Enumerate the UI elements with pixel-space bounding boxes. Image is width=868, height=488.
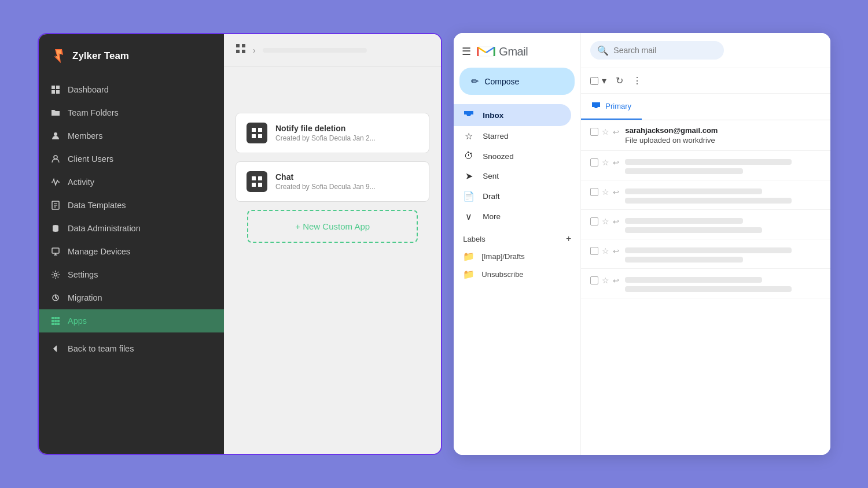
svg-rect-3: [56, 86, 60, 89]
gmail-main: 🔍 ▾ ↻ ⋮ Primary: [581, 33, 830, 455]
email-checkbox-4[interactable]: [590, 217, 598, 225]
new-custom-app-button[interactable]: + New Custom App: [247, 210, 418, 243]
gmail-more-label: More: [483, 212, 501, 221]
sidebar-label-settings: Settings: [68, 270, 98, 279]
email-checkbox-2[interactable]: [590, 158, 598, 167]
hamburger-button[interactable]: ☰: [462, 45, 471, 58]
label-folder-icon-unsub: 📁: [463, 269, 475, 280]
device-icon: [50, 246, 61, 257]
svg-rect-5: [56, 90, 60, 94]
email-checkbox-1[interactable]: [590, 128, 598, 136]
email-content-6: [625, 275, 821, 292]
gmail-nav-sent[interactable]: ➤ Sent: [454, 166, 571, 186]
sidebar-label-data-templates: Data Templates: [68, 201, 126, 210]
email-content-2: [625, 157, 821, 174]
svg-rect-26: [57, 323, 60, 325]
app-card-sub-chat: Created by Sofia Decula Jan 9...: [275, 183, 376, 191]
table-row[interactable]: ☆ ↩: [581, 239, 830, 269]
svg-rect-27: [236, 44, 240, 47]
svg-rect-21: [52, 320, 54, 322]
email-star-6[interactable]: ☆: [602, 276, 609, 285]
email-reply-5[interactable]: ↩: [613, 247, 619, 256]
content-area: › Notify file deletion Created by Sofia …: [224, 34, 441, 454]
email-reply-6[interactable]: ↩: [613, 276, 619, 285]
sidebar-item-activity[interactable]: Activity: [39, 171, 224, 194]
grid-view-button[interactable]: [236, 43, 246, 57]
gmail-labels-header: Labels +: [463, 234, 571, 244]
app-card-name-chat: Chat: [275, 172, 376, 182]
email-subject-1: File uploaded on workdrive: [625, 136, 821, 145]
gmail-label-imap[interactable]: 📁 [Imap]/Drafts: [463, 247, 571, 265]
gmail-snoozed-label: Snoozed: [483, 152, 513, 161]
table-row[interactable]: ☆ ↩: [581, 151, 830, 180]
compose-icon: ✏: [471, 76, 479, 87]
search-input[interactable]: [590, 41, 724, 60]
sidebar-item-migration[interactable]: Migration: [39, 286, 224, 309]
app-card-info-chat: Chat Created by Sofia Decula Jan 9...: [275, 172, 376, 191]
sidebar-item-members[interactable]: Members: [39, 124, 224, 147]
email-content-1: sarahjackson@gmail.com File uploaded on …: [625, 126, 821, 145]
sidebar-label-manage-devices: Manage Devices: [68, 247, 130, 256]
email-content-5: [625, 245, 821, 263]
table-row[interactable]: ☆ ↩: [581, 269, 830, 298]
gmail-label-unsubscribe[interactable]: 📁 Unsubscribe: [463, 265, 571, 283]
table-row[interactable]: ☆ ↩: [581, 180, 830, 210]
svg-rect-38: [258, 183, 262, 187]
email-reply-1[interactable]: ↩: [613, 128, 619, 136]
gmail-inbox-label: Inbox: [483, 111, 503, 120]
email-star-4[interactable]: ☆: [602, 217, 609, 226]
email-check-area-5: ☆ ↩: [590, 245, 619, 256]
gmail-sidebar: ☰ Gmail: [454, 33, 581, 455]
sidebar-item-dashboard[interactable]: Dashboard: [39, 78, 224, 101]
app-card-notify[interactable]: Notify file deletion Created by Sofia De…: [236, 113, 429, 153]
sidebar-item-settings[interactable]: Settings: [39, 263, 224, 286]
add-label-icon[interactable]: +: [566, 234, 571, 244]
sidebar-nav: Dashboard Team Folders Members: [39, 78, 224, 360]
gmail-nav-draft[interactable]: 📄 Draft: [454, 186, 571, 206]
select-all-checkbox[interactable]: [590, 77, 598, 85]
app-card-chat[interactable]: Chat Created by Sofia Decula Jan 9...: [236, 161, 429, 202]
sidebar: Zylker Team Dashboard Team Folders: [39, 34, 224, 454]
table-row[interactable]: ☆ ↩ sarahjackson@gmail.com File uploaded…: [581, 120, 830, 151]
sidebar-item-data-administration[interactable]: Data Administration: [39, 217, 224, 240]
email-sender-1: sarahjackson@gmail.com: [625, 126, 821, 135]
sidebar-item-client-users[interactable]: Client Users: [39, 147, 224, 171]
sidebar-item-manage-devices[interactable]: Manage Devices: [39, 240, 224, 263]
email-checkbox-6[interactable]: [590, 276, 598, 284]
gmail-nav-inbox[interactable]: Inbox: [454, 104, 571, 126]
apps-icon: [50, 316, 61, 326]
email-reply-3[interactable]: ↩: [613, 188, 619, 197]
select-dropdown-button[interactable]: ▾: [599, 73, 609, 88]
refresh-button[interactable]: ↻: [613, 73, 626, 88]
gmail-nav-snoozed[interactable]: ⏱ Snoozed: [454, 146, 571, 166]
gmail-panel: ☰ Gmail: [454, 33, 830, 455]
gmail-nav-more[interactable]: ∨ More: [454, 206, 571, 227]
gmail-nav: Inbox ☆ Starred ⏱ Snoozed ➤ Sent 📄 Draft: [454, 104, 580, 227]
table-row[interactable]: ☆ ↩: [581, 210, 830, 239]
email-checkbox-3[interactable]: [590, 188, 598, 196]
sidebar-item-back[interactable]: Back to team files: [39, 337, 224, 360]
gmail-toolbar: 🔍: [581, 33, 830, 68]
snoozed-icon: ⏱: [463, 151, 475, 161]
email-star-2[interactable]: ☆: [602, 158, 609, 167]
email-checkbox-5[interactable]: [590, 247, 598, 255]
sidebar-item-data-templates[interactable]: Data Templates: [39, 194, 224, 217]
gmail-tabs: Primary: [581, 94, 830, 120]
sidebar-item-team-folders[interactable]: Team Folders: [39, 101, 224, 124]
gmail-nav-starred[interactable]: ☆ Starred: [454, 126, 571, 146]
sidebar-item-apps[interactable]: Apps: [39, 309, 224, 332]
more-options-button[interactable]: ⋮: [630, 73, 644, 88]
email-placeholder-sub-5: [625, 257, 742, 263]
email-placeholder-name-2: [625, 159, 792, 165]
email-reply-4[interactable]: ↩: [613, 217, 619, 226]
email-star-1[interactable]: ☆: [602, 127, 609, 136]
compose-button[interactable]: ✏ Compose: [459, 68, 575, 95]
gmail-tab-primary[interactable]: Primary: [581, 94, 642, 120]
app-card-name-notify: Notify file deletion: [275, 124, 376, 133]
email-star-3[interactable]: ☆: [602, 187, 609, 197]
sidebar-label-members: Members: [68, 131, 102, 141]
email-star-5[interactable]: ☆: [602, 246, 609, 256]
compose-label: Compose: [484, 77, 519, 86]
email-placeholder-sub-2: [625, 168, 742, 174]
email-reply-2[interactable]: ↩: [613, 158, 619, 167]
